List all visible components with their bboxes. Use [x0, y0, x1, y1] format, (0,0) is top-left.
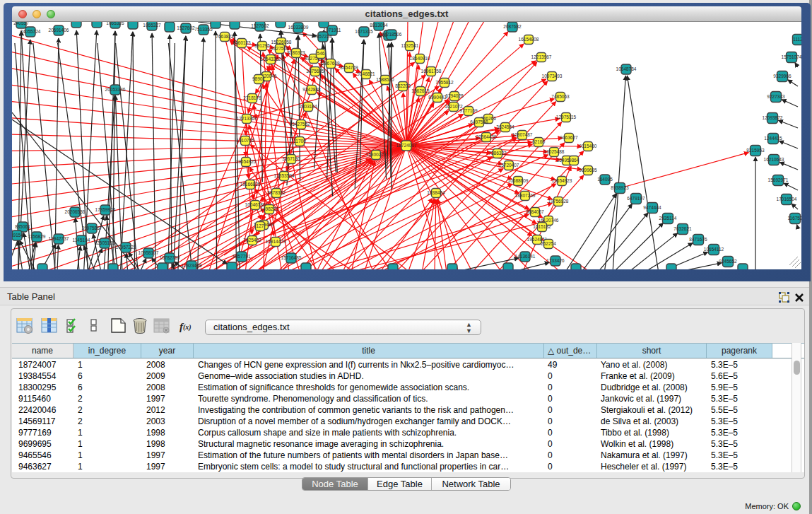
svg-text:546: 546	[317, 51, 325, 56]
svg-text:1244415: 1244415	[764, 136, 782, 141]
svg-text:16914479: 16914479	[266, 239, 286, 244]
svg-text:10688609: 10688609	[508, 178, 529, 183]
svg-text:19218506: 19218506	[382, 32, 402, 37]
svg-text:18724007: 18724007	[396, 143, 417, 148]
svg-text:8938923: 8938923	[611, 185, 629, 190]
svg-text:10025488: 10025488	[544, 149, 565, 154]
svg-text:2867608: 2867608	[322, 61, 340, 66]
svg-text:9463627: 9463627	[560, 135, 578, 140]
svg-text:18807249: 18807249	[515, 193, 536, 198]
svg-text:1527602: 1527602	[177, 25, 195, 30]
svg-text:20364436: 20364436	[476, 134, 497, 139]
svg-text:16210643: 16210643	[764, 157, 784, 162]
svg-text:1065326: 1065326	[106, 22, 124, 25]
svg-text:9227343: 9227343	[767, 94, 785, 99]
svg-text:2087682: 2087682	[503, 24, 522, 29]
svg-text:98901: 98901	[252, 76, 265, 81]
svg-text:9864: 9864	[569, 158, 579, 163]
svg-text:1562615: 1562615	[411, 88, 430, 93]
svg-text:2718176: 2718176	[243, 95, 261, 100]
svg-text:7663822: 7663822	[216, 34, 234, 39]
svg-text:19654925: 19654925	[236, 159, 257, 164]
svg-text:62160: 62160	[532, 139, 545, 144]
svg-text:12923468: 12923468	[182, 263, 202, 268]
svg-text:7632621: 7632621	[673, 226, 692, 231]
svg-text:15720407: 15720407	[499, 163, 519, 168]
svg-text:7625402: 7625402	[243, 238, 261, 243]
svg-text:10807487: 10807487	[512, 132, 533, 137]
svg-text:3267130: 3267130	[282, 156, 300, 161]
svg-text:8215953: 8215953	[746, 148, 765, 153]
svg-text:9245652: 9245652	[719, 259, 737, 264]
svg-text:9242848: 9242848	[302, 87, 321, 92]
svg-text:8990443: 8990443	[428, 95, 447, 100]
svg-text:12353594: 12353594	[274, 173, 295, 178]
svg-text:16033809: 16033809	[288, 25, 309, 30]
svg-text:1498222: 1498222	[260, 206, 278, 211]
svg-text:10973493: 10973493	[542, 74, 563, 78]
svg-text:9115460: 9115460	[579, 144, 597, 148]
svg-text:18640910: 18640910	[410, 56, 430, 61]
svg-text:832203: 832203	[395, 83, 411, 88]
svg-text:10958107: 10958107	[139, 250, 159, 255]
svg-text:1065327: 1065327	[143, 23, 161, 28]
svg-text:835061: 835061	[15, 224, 30, 229]
svg-text:252254: 252254	[541, 241, 556, 246]
svg-text:9777169: 9777169	[459, 108, 478, 113]
svg-text:1588520: 1588520	[376, 77, 394, 82]
svg-text:14136141: 14136141	[515, 254, 536, 259]
svg-text:19654923: 19654923	[552, 178, 572, 183]
svg-text:17016504: 17016504	[777, 197, 797, 201]
svg-text:3875685: 3875685	[306, 69, 324, 74]
svg-text:20691406: 20691406	[49, 28, 69, 33]
svg-text:7955812: 7955812	[435, 80, 454, 85]
svg-text:39975867: 39975867	[82, 226, 102, 230]
svg-text:16782759: 16782759	[160, 255, 180, 260]
svg-text:17359924: 17359924	[95, 207, 116, 212]
svg-text:20053346: 20053346	[105, 87, 126, 92]
svg-text:116753: 116753	[787, 216, 801, 221]
svg-text:16543362: 16543362	[261, 57, 281, 62]
svg-text:16154808: 16154808	[519, 37, 539, 42]
svg-text:9146821: 9146821	[357, 71, 375, 76]
svg-text:12093872: 12093872	[763, 115, 783, 120]
svg-text:1010755: 1010755	[236, 138, 254, 143]
svg-text:8471676: 8471676	[689, 237, 707, 242]
svg-text:1733426: 1733426	[546, 258, 565, 263]
svg-text:6497568: 6497568	[470, 119, 488, 124]
svg-text:1112: 1112	[793, 37, 801, 42]
svg-text:1156829: 1156829	[28, 234, 46, 239]
svg-text:15300273: 15300273	[366, 152, 387, 157]
svg-text:3624554: 3624554	[496, 124, 514, 129]
svg-text:12975115: 12975115	[556, 115, 577, 119]
svg-text:6794028: 6794028	[445, 93, 464, 98]
svg-text:9899695: 9899695	[579, 168, 597, 173]
svg-text:7513355: 7513355	[194, 27, 213, 32]
svg-text:8813054: 8813054	[370, 23, 388, 28]
svg-text:15692971: 15692971	[768, 177, 789, 182]
svg-text:16961758: 16961758	[421, 69, 442, 74]
svg-text:6479197: 6479197	[627, 196, 645, 201]
svg-text:17957223: 17957223	[116, 245, 136, 250]
svg-text:8878332: 8878332	[267, 190, 286, 195]
svg-text:7857224: 7857224	[314, 34, 332, 39]
svg-text:9327506: 9327506	[271, 46, 289, 51]
svg-text:1527602: 1527602	[251, 23, 269, 28]
svg-text:1145194: 1145194	[73, 238, 90, 243]
svg-text:7485063: 7485063	[551, 94, 570, 99]
svg-text:8454749: 8454749	[340, 65, 358, 70]
svg-text:240557: 240557	[13, 22, 29, 25]
svg-text:15716485: 15716485	[281, 255, 302, 260]
svg-text:9857791: 9857791	[233, 254, 251, 259]
svg-text:8186323: 8186323	[287, 50, 305, 55]
svg-text:12505135: 12505135	[95, 240, 115, 245]
svg-text:10648784: 10648784	[616, 66, 637, 71]
svg-text:1671315: 1671315	[355, 29, 373, 34]
svg-text:891295: 891295	[254, 43, 270, 48]
svg-text:19166825: 19166825	[240, 182, 261, 187]
svg-text:1615132: 1615132	[533, 224, 551, 229]
svg-text:164095: 164095	[597, 177, 613, 182]
svg-text:10654112: 10654112	[704, 247, 724, 252]
svg-text:8660123: 8660123	[233, 40, 251, 45]
svg-text:20206536: 20206536	[65, 209, 86, 214]
